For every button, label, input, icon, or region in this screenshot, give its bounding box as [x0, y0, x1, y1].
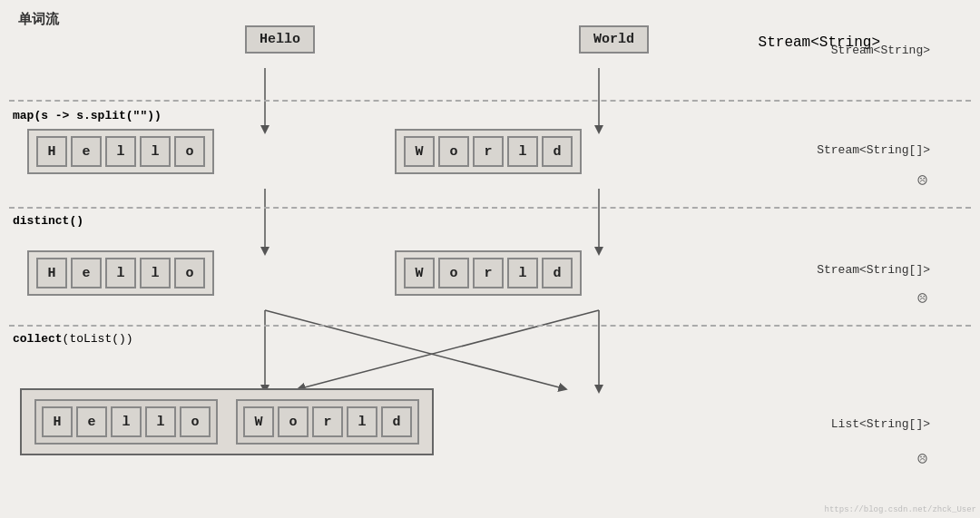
letter-W-map: W [404, 136, 435, 167]
world-word-box: World [579, 25, 649, 54]
dashed-line-3 [9, 325, 971, 327]
hello-word-box: Hello [245, 25, 315, 54]
letter-W-col: W [243, 406, 274, 437]
collect-hello-inner: H e l l o [34, 399, 218, 445]
letter-o-col: o [180, 406, 211, 437]
letter-e-map: e [71, 136, 102, 167]
svg-line-6 [265, 310, 563, 388]
distinct-label: distinct() [13, 212, 83, 229]
stream-type-2: Stream<String[]> [817, 143, 930, 157]
letter-o2-map: o [438, 136, 469, 167]
letter-l3-dist: l [507, 258, 538, 288]
letter-l1-dist: l [105, 258, 136, 288]
dashed-line-1 [9, 100, 971, 102]
letter-l1-col: l [111, 406, 142, 437]
sad-face-collect: ☹ [917, 449, 927, 469]
sad-face-map: ☹ [917, 171, 927, 191]
map-label: map(s -> s.split("")) [13, 107, 162, 123]
hello-label: Hello [245, 25, 315, 54]
distinct-world-box: W o r l d [395, 250, 582, 296]
letter-H-col: H [42, 406, 73, 437]
page: 单词流 Hello World [0, 0, 980, 518]
distinct-hello-box: H e l l o [27, 250, 214, 296]
watermark: https://blog.csdn.net/zhck_User [825, 505, 976, 514]
map-world-box: W o r l d [395, 129, 582, 174]
letter-o2-col: o [278, 406, 309, 437]
letter-l1-map: l [105, 136, 136, 167]
stream-type-top: Stream<String> [831, 44, 930, 57]
stream-type-4: List<String[]> [831, 417, 930, 431]
letter-r-dist: r [473, 258, 504, 288]
letter-d-dist: d [542, 258, 573, 288]
letter-e-col: e [76, 406, 107, 437]
letter-l2-map: l [140, 136, 171, 167]
letter-H-map: H [36, 136, 67, 167]
letter-l2-col: l [145, 406, 176, 437]
letter-r-map: r [473, 136, 504, 167]
letter-o-map: o [174, 136, 205, 167]
sad-face-distinct: ☹ [917, 288, 927, 308]
letter-e-dist: e [71, 258, 102, 288]
letter-o-dist: o [174, 258, 205, 288]
map-hello-box: H e l l o [27, 129, 214, 174]
letter-d-map: d [542, 136, 573, 167]
letter-l2-dist: l [140, 258, 171, 288]
world-label: World [579, 25, 649, 54]
stream-type-3: Stream<String[]> [817, 263, 930, 277]
letter-l3-col: l [347, 406, 377, 437]
letter-o2-dist: o [438, 258, 469, 288]
collect-label: collect(toList()) [13, 330, 133, 347]
svg-line-7 [301, 310, 599, 388]
letter-r-col: r [312, 406, 343, 437]
collect-container: H e l l o W o r l d [20, 388, 434, 455]
collect-world-inner: W o r l d [236, 399, 419, 445]
letter-H-dist: H [36, 258, 67, 288]
letter-W-dist: W [404, 258, 435, 288]
letter-d-col: d [381, 406, 412, 437]
page-title: 单词流 [18, 11, 962, 28]
dashed-line-2 [9, 207, 971, 209]
letter-l3-map: l [507, 136, 538, 167]
